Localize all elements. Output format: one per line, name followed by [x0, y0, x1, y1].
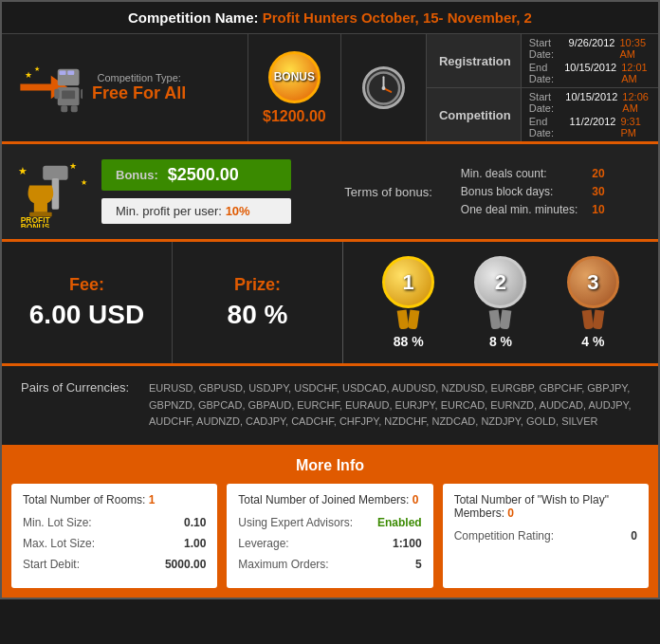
- medal-gold-circle: 1: [382, 256, 434, 308]
- medal-2-rank: 2: [495, 270, 506, 295]
- bonus-amount: $1200.00: [263, 108, 326, 125]
- card2-header-label: Total Number of Joined Members:: [238, 493, 409, 506]
- competition-icon: ★ ★: [16, 60, 82, 117]
- card1-header-label: Total Number of Rooms:: [23, 493, 145, 506]
- prize-section: Fee: 6.00 USD Prize: 80 % 1 88 %: [2, 242, 658, 366]
- comp-start-row: Start Date: 10/15/2012 12:06 AM: [529, 91, 651, 114]
- competition-type-label: Competition Type:: [97, 72, 180, 83]
- card3-row1-val: 0: [631, 529, 637, 543]
- comp-end-val: 11/2/2012: [569, 116, 615, 138]
- profit-bonus-logo: ★ ★ ★ PROFIT BONUS: [16, 158, 92, 225]
- reg-start-label: Start Date:: [529, 37, 564, 60]
- bonus-block-val: 30: [592, 185, 604, 198]
- card3-header-val: 0: [507, 506, 514, 520]
- svg-text:★: ★: [69, 160, 77, 171]
- medal-1-pct: 88 %: [394, 334, 424, 349]
- medal-3-ribbons: [583, 310, 603, 329]
- medal-2-pct: 8 %: [489, 334, 512, 349]
- svg-rect-2: [60, 71, 66, 75]
- medal-1: 1 88 %: [382, 256, 434, 349]
- competition-name-value: Profit Hunters October, 15- November, 2: [263, 9, 532, 26]
- reg-end-time: 12:01 AM: [621, 62, 651, 84]
- competition-dates: Start Date: 10/15/2012 12:06 AM End Date…: [522, 88, 658, 141]
- svg-rect-3: [67, 71, 74, 75]
- medal-3-pct: 4 %: [581, 334, 604, 349]
- svg-point-15: [381, 86, 385, 90]
- card3-header-label: Total Number of "Wish to Play" Members:: [454, 493, 609, 520]
- min-profit-box: Min. profit per user: 10%: [101, 198, 291, 224]
- card1-row2-key: Max. Lot Size:: [23, 537, 95, 550]
- prize-box: Prize: 80 %: [173, 242, 342, 363]
- card1-row2: Max. Lot Size: 1.00: [23, 537, 206, 550]
- min-profit-label: Min. profit per user:: [116, 204, 222, 218]
- svg-rect-9: [71, 105, 78, 112]
- competition-type-value: Free For All: [92, 83, 186, 103]
- fee-title: Fee:: [69, 275, 104, 295]
- bonus-details: Bonus: $2500.00 Min. profit per user: 10…: [101, 159, 291, 224]
- comp-start-time: 12:06 AM: [622, 91, 651, 114]
- main-container: Competition Name: Profit Hunters October…: [0, 0, 660, 599]
- competition-label: Competition: [427, 88, 522, 141]
- card1-row1: Min. Lot Size: 0.10: [23, 516, 206, 529]
- card2-header: Total Number of Joined Members: 0: [238, 493, 421, 506]
- bonus-amount-box: Bonus: $2500.00: [101, 159, 291, 191]
- bonus-block-row: Bonus block days: 30: [461, 185, 605, 198]
- card2-row3-val: 5: [415, 558, 422, 571]
- card1-row3: Start Debit: 5000.00: [23, 558, 206, 571]
- svg-rect-5: [54, 89, 59, 100]
- currencies-section: Pairs of Currencies: EURUSD, GBPUSD, USD…: [2, 366, 658, 448]
- bonus-badge-label: BONUS: [274, 70, 315, 83]
- comp-end-row: End Date: 11/2/2012 9:31 PM: [529, 116, 651, 138]
- info-cards: Total Number of Rooms: 1 Min. Lot Size: …: [11, 484, 649, 588]
- info-card-3: Total Number of "Wish to Play" Members: …: [443, 484, 649, 588]
- one-deal-label: One deal min. minutes:: [461, 203, 578, 216]
- svg-rect-8: [61, 105, 67, 112]
- card2-row1: Using Expert Advisors: Enabled: [238, 516, 421, 529]
- currencies-label: Pairs of Currencies:: [21, 380, 135, 431]
- bonus-badge-area: BONUS $1200.00: [248, 34, 341, 141]
- card1-row2-val: 1.00: [184, 537, 206, 550]
- top-section: ★ ★ Competition Type: Free For All BONUS…: [2, 34, 658, 144]
- one-deal-row: One deal min. minutes: 10: [461, 203, 605, 216]
- competition-header: Competition Name: Profit Hunters October…: [2, 2, 658, 34]
- competition-type-text: Competition Type: Free For All: [92, 72, 186, 103]
- medal-silver-circle: 2: [474, 256, 526, 308]
- bonus-value: $2500.00: [168, 165, 239, 185]
- medal-3-rank: 3: [587, 270, 598, 295]
- competition-type-area: ★ ★ Competition Type: Free For All: [2, 34, 248, 141]
- comp-start-label: Start Date:: [529, 91, 561, 114]
- terms-section: Terms of bonus: Min. deals count: 20 Bon…: [305, 158, 644, 225]
- card1-header-val: 1: [149, 493, 156, 506]
- registration-label: Registration: [427, 34, 522, 87]
- svg-text:★: ★: [25, 70, 32, 80]
- min-deals-label: Min. deals count:: [461, 167, 547, 180]
- fee-box: Fee: 6.00 USD: [2, 242, 173, 363]
- svg-text:BONUS: BONUS: [21, 222, 50, 228]
- terms-label: Terms of bonus:: [344, 185, 432, 199]
- card2-row2: Leverage: 1:100: [238, 537, 421, 550]
- card2-row3-key: Maximum Orders:: [238, 558, 328, 571]
- card2-row2-val: 1:100: [393, 537, 422, 550]
- bonus-badge: BONUS: [268, 51, 321, 103]
- reg-end-row: End Date: 10/15/2012 12:01 AM: [529, 62, 651, 84]
- medal-1-rank: 1: [403, 270, 414, 295]
- bonus-label: Bonus:: [116, 168, 158, 182]
- medal-3: 3 4 %: [567, 256, 619, 349]
- card3-header: Total Number of "Wish to Play" Members: …: [454, 493, 637, 520]
- more-info-title: More Info: [11, 457, 649, 474]
- card2-row1-val: Enabled: [377, 516, 422, 529]
- card3-row1: Competition Rating: 0: [454, 529, 637, 543]
- currencies-value: EURUSD, GBPUSD, USDJPY, USDCHF, USDCAD, …: [149, 380, 639, 431]
- reg-start-row: Start Date: 9/26/2012 10:35 AM: [529, 37, 651, 60]
- card1-header: Total Number of Rooms: 1: [23, 493, 206, 506]
- registration-row: Registration Start Date: 9/26/2012 10:35…: [427, 34, 658, 88]
- svg-rect-7: [62, 91, 75, 100]
- card1-row3-key: Start Debit:: [23, 558, 80, 571]
- reg-end-val: 10/15/2012: [564, 62, 616, 84]
- card2-header-val: 0: [412, 493, 419, 506]
- comp-end-time: 9:31 PM: [620, 116, 651, 138]
- registration-dates: Start Date: 9/26/2012 10:35 AM End Date:…: [522, 34, 658, 87]
- reg-end-label: End Date:: [529, 62, 559, 84]
- svg-text:★: ★: [34, 65, 40, 72]
- competition-row: Competition Start Date: 10/15/2012 12:06…: [427, 88, 658, 141]
